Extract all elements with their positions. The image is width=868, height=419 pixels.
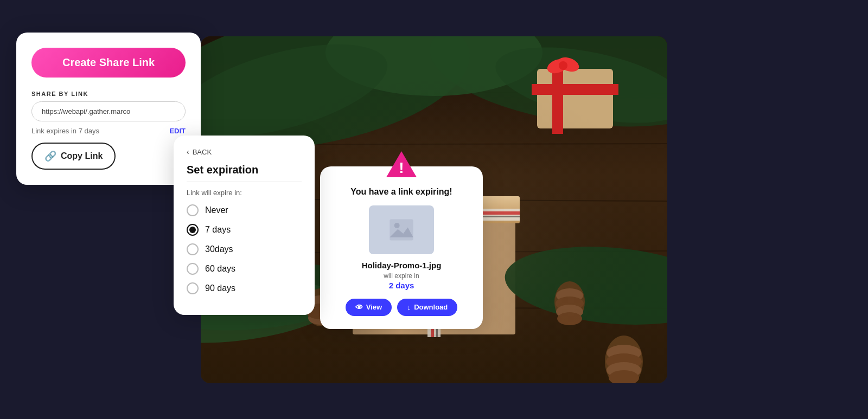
file-thumbnail: [369, 205, 434, 254]
warning-triangle-icon: !: [385, 150, 418, 178]
link-icon: 🔗: [44, 150, 56, 162]
radio-circle-60days: [187, 263, 199, 275]
edit-link-button[interactable]: EDIT: [169, 127, 186, 135]
create-share-link-button[interactable]: Create Share Link: [31, 48, 186, 78]
back-button[interactable]: ‹ BACK: [187, 147, 302, 156]
expiring-notification-card: ! You have a link expiring! Holiday-Prom…: [320, 166, 483, 329]
download-button[interactable]: ↓ Download: [397, 299, 457, 316]
radio-circle-30days: [187, 243, 199, 255]
svg-point-56: [394, 223, 400, 228]
radio-option-30days[interactable]: 30days: [187, 243, 302, 255]
link-expires-text: Link expires in 7 days: [31, 127, 99, 135]
copy-link-label: Copy Link: [61, 151, 103, 161]
radio-label-90days: 90 days: [205, 283, 235, 293]
create-share-link-card: Create Share Link SHARE BY LINK https://…: [16, 33, 201, 185]
radio-circle-90days: [187, 282, 199, 294]
link-expire-label: Link will expire in:: [187, 189, 302, 197]
will-expire-in-label: will expire in: [333, 272, 470, 280]
download-icon: ↓: [407, 303, 411, 312]
radio-option-90days[interactable]: 90 days: [187, 282, 302, 294]
share-url-display: https://webapi/.gather.marco: [31, 101, 186, 121]
view-button[interactable]: 👁 View: [346, 299, 392, 316]
radio-option-never[interactable]: Never: [187, 204, 302, 216]
radio-label-never: Never: [205, 205, 228, 215]
radio-option-7days[interactable]: 7 days: [187, 224, 302, 236]
expiring-title: You have a link expiring!: [333, 187, 470, 197]
download-label: Download: [414, 303, 448, 311]
file-name: Holiday-Promo-1.jpg: [333, 261, 470, 270]
set-expiration-card: ‹ BACK Set expiration Link will expire i…: [174, 136, 315, 315]
expire-days: 2 days: [333, 281, 470, 290]
warning-icon-container: !: [385, 150, 418, 181]
view-label: View: [366, 303, 382, 311]
radio-label-60days: 60 days: [205, 264, 235, 274]
back-chevron-icon: ‹: [187, 147, 189, 156]
radio-option-60days[interactable]: 60 days: [187, 263, 302, 275]
back-label: BACK: [193, 148, 212, 156]
eye-icon: 👁: [355, 303, 363, 312]
set-expiration-title: Set expiration: [187, 164, 302, 176]
card-expiring-actions: 👁 View ↓ Download: [333, 299, 470, 316]
divider: [187, 182, 302, 182]
svg-text:!: !: [399, 159, 404, 176]
radio-circle-never: [187, 204, 199, 216]
radio-label-7days: 7 days: [205, 225, 231, 235]
copy-link-button[interactable]: 🔗 Copy Link: [31, 143, 116, 170]
radio-circle-7days: [187, 224, 199, 236]
radio-label-30days: 30days: [205, 244, 233, 254]
share-by-link-label: SHARE BY LINK: [31, 91, 186, 97]
